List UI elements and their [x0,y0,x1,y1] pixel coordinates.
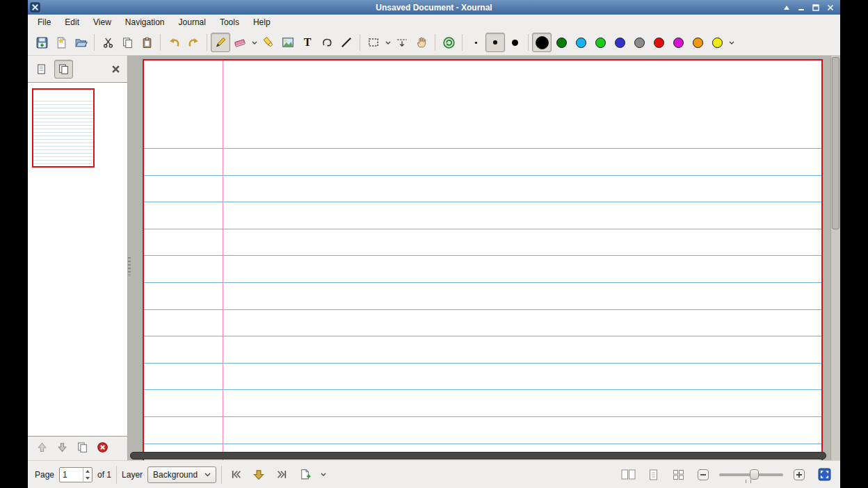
zoom-controls [619,466,833,484]
spinner-down-button[interactable] [83,475,92,482]
statusbar-separator [221,466,222,484]
window-controls [782,3,840,12]
add-page-options-chevron[interactable] [319,466,328,484]
pen-size-fine-button[interactable] [466,33,485,52]
open-button[interactable] [71,33,90,52]
cut-button[interactable] [98,33,118,52]
chevron-down-icon [729,41,734,44]
zoom-slider[interactable] [719,467,783,482]
delete-page-button[interactable] [97,441,108,456]
copy-button[interactable] [118,33,137,52]
ruler-tool-button[interactable] [337,33,356,52]
redo-button[interactable] [184,33,203,52]
image-tool-button[interactable] [278,33,298,52]
color-dark-green-button[interactable] [552,33,571,52]
cut-icon [102,37,114,49]
menu-edit[interactable]: Edit [58,15,86,29]
zoom-slider-ticks [746,480,751,483]
fullscreen-button[interactable] [815,466,833,484]
add-page-button[interactable] [296,466,314,484]
vertical-scrollbar-thumb[interactable] [832,57,839,229]
zoom-out-button[interactable] [694,466,712,484]
next-page-button[interactable] [250,466,268,484]
zoom-in-button[interactable] [790,466,808,484]
layers-tab-button[interactable] [54,60,73,79]
new-document-button[interactable] [51,33,71,52]
pen-size-medium-button[interactable] [485,33,505,52]
shade-button[interactable] [782,3,791,12]
move-page-up-button[interactable] [36,441,48,456]
hand-icon [415,36,428,49]
pane-resize-handle[interactable] [128,257,131,275]
spinner-up-button[interactable] [83,468,92,475]
shape-recognizer-button[interactable] [317,33,337,52]
paste-button[interactable] [137,33,156,52]
menu-bar: File Edit View Navigation Journal Tools … [28,15,840,30]
vertical-space-button[interactable] [392,33,412,52]
copy-page-button[interactable] [77,441,88,456]
color-black-button[interactable] [532,33,552,52]
text-tool-button[interactable]: T [298,33,317,52]
eraser-tool-button[interactable] [230,33,250,52]
page-number-spinner[interactable]: 1 [59,467,93,482]
notebook-page[interactable] [143,59,823,460]
single-page-view-button[interactable] [644,466,662,484]
hand-tool-button[interactable] [412,33,431,52]
color-blue-button[interactable] [610,33,629,52]
highlighter-tool-button[interactable] [259,33,278,52]
first-page-button[interactable] [227,466,245,484]
minimize-button[interactable] [797,3,805,12]
pen-tool-button[interactable] [211,33,230,52]
default-pen-button[interactable] [439,33,458,52]
default-pen-icon [442,36,456,49]
color-yellow-button[interactable] [707,33,727,52]
select-rectangle-button[interactable] [364,33,383,52]
color-gray-button[interactable] [629,33,649,52]
color-red-button[interactable] [649,33,668,52]
move-page-down-button[interactable] [56,441,68,456]
page-thumbnail-panel[interactable] [28,82,127,437]
close-button[interactable] [826,3,835,12]
eraser-options-chevron[interactable] [250,33,259,51]
last-page-button[interactable] [273,466,291,484]
menu-help[interactable]: Help [246,15,278,29]
title-bar[interactable]: Unsaved Document - Xournal [28,0,840,15]
color-magenta-button[interactable] [668,33,688,52]
horizontal-scrollbar[interactable] [130,452,826,459]
vertical-space-icon [396,36,408,49]
maximize-button[interactable] [812,3,820,12]
layer-combobox[interactable]: Background [147,466,216,483]
two-page-view-button[interactable] [619,466,637,484]
select-options-chevron[interactable] [383,33,392,51]
page-list-tab-button[interactable] [32,60,51,79]
zoom-slider-thumb[interactable] [750,469,759,480]
page-number-value[interactable]: 1 [60,468,83,482]
save-button[interactable] [32,33,51,52]
vertical-scrollbar[interactable] [830,56,840,460]
multi-page-view-button[interactable] [669,466,687,484]
pen-icon [214,36,227,49]
color-green-button[interactable] [590,33,610,52]
undo-icon [168,37,181,49]
undo-button[interactable] [164,33,184,52]
maximize-icon [812,4,819,11]
close-sidebar-button[interactable] [108,61,123,76]
new-document-icon [55,36,68,49]
color-light-blue-button[interactable] [571,33,590,52]
menu-view[interactable]: View [86,15,118,29]
menu-navigation[interactable]: Navigation [118,15,172,29]
menu-tools[interactable]: Tools [213,15,246,29]
page-1-thumbnail[interactable] [32,88,95,168]
menu-file[interactable]: File [31,15,58,29]
open-folder-icon [74,36,88,49]
page-label: Page [35,470,54,480]
color-green-swatch [595,38,606,48]
menu-journal[interactable]: Journal [172,15,213,29]
layers-icon [58,63,70,75]
sidebar-toolbar [28,56,127,82]
color-orange-button[interactable] [688,33,707,52]
color-options-chevron[interactable] [727,33,736,51]
drawing-area[interactable] [128,56,830,460]
pen-size-thick-button[interactable] [505,33,524,52]
image-icon [282,36,294,49]
